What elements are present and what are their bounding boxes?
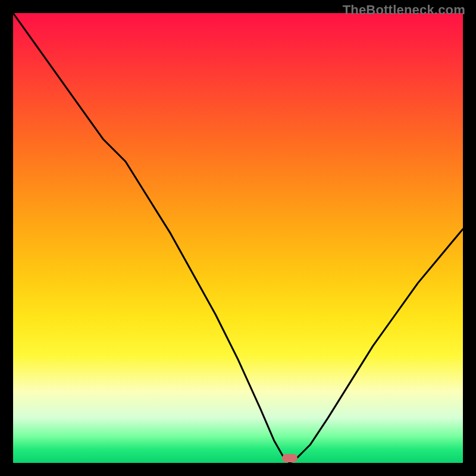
watermark-text: TheBottleneck.com xyxy=(343,2,465,18)
chart-frame: TheBottleneck.com xyxy=(0,0,476,476)
bottleneck-curve xyxy=(13,13,463,463)
optimal-point-marker xyxy=(282,454,298,462)
plot-area xyxy=(13,13,463,463)
